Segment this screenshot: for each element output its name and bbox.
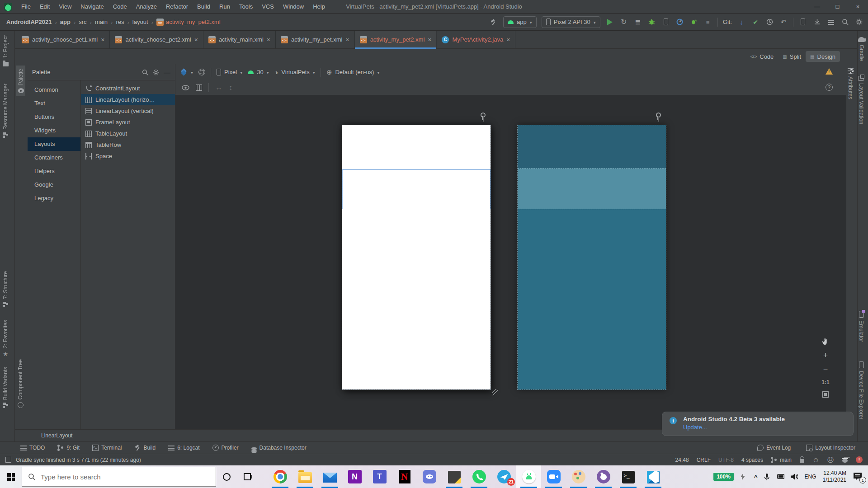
sidebar-item-resource-manager[interactable]: Resource Manager [2,84,9,138]
taskbar-app-sticky-notes[interactable] [442,465,467,488]
target-device-dropdown[interactable]: Pixel 2 API 30 [542,16,600,28]
taskbar-app-discord[interactable] [417,465,442,488]
palette-item-space[interactable]: Space [81,150,175,162]
breadcrumb-res[interactable]: res [116,19,124,25]
sidebar-item-structure[interactable]: 7: Structure [2,271,9,307]
palette-category-buttons[interactable]: Buttons [28,110,80,124]
feedback-smile-icon[interactable] [812,456,819,464]
palette-category-helpers[interactable]: Helpers [28,164,80,178]
menu-item-navigate[interactable]: Navigate [76,0,108,13]
editor-tab[interactable]: activity_choose_pet2.xml [110,31,203,48]
sidebar-item-component-tree[interactable]: Component Tree [17,359,24,408]
breadcrumb-project[interactable]: AndroidIAP2021 [6,19,52,25]
menu-item-vcs[interactable]: VCS [257,0,278,13]
linearlayout-top[interactable] [518,125,666,169]
view-options-eye-icon[interactable] [182,85,189,90]
theme-dropdown[interactable]: VirtualPets [274,69,315,76]
menu-item-code[interactable]: Code [108,0,132,13]
menu-item-help[interactable]: Help [308,0,330,13]
palette-category-common[interactable]: Common [28,83,80,97]
breadcrumb-main[interactable]: main [95,19,108,25]
taskbar-app-mail[interactable] [317,465,342,488]
palette-category-google[interactable]: Google [28,178,80,192]
locale-dropdown[interactable]: Default (en-us) [326,68,380,76]
update-link[interactable]: Update... [683,424,847,431]
run-button[interactable] [605,18,614,27]
debug-button[interactable] [647,18,656,27]
sidebar-item-favorites[interactable]: 2: Favorites [2,320,9,357]
minimize-button[interactable]: — [807,0,827,13]
git-history-icon[interactable] [765,18,774,27]
editor-tab[interactable]: C MyPetActivity2.java [437,31,515,48]
sdk-manager-icon[interactable] [812,18,821,27]
sidebar-item-device-file-explorer[interactable]: Device File Explorer [858,361,864,419]
volume-icon[interactable] [791,473,798,480]
palette-item-tablelayout[interactable]: TableLayout [81,128,175,139]
palette-item-framelayout[interactable]: FrameLayout [81,117,175,128]
toolwindow-build[interactable]: Build [135,445,156,451]
cortana-button[interactable] [216,465,237,488]
close-icon[interactable] [506,36,510,43]
close-icon[interactable] [345,36,349,43]
design-surface[interactable]: + − 1:1 [175,95,846,429]
sidebar-item-attributes[interactable]: Attributes [847,68,854,99]
language-indicator[interactable]: ENG [804,474,816,480]
breadcrumb-file[interactable]: activity_my_pet2.xml [166,19,221,25]
menu-item-edit[interactable]: Edit [35,0,54,13]
taskbar-app-onenote[interactable] [342,465,367,488]
preview-resize-handle[interactable] [492,389,498,395]
taskbar-app-whatsapp[interactable] [467,465,491,488]
gear-icon[interactable] [153,69,159,75]
taskbar-app-vs-code[interactable] [641,465,665,488]
lock-icon[interactable] [799,458,805,463]
incognito-icon[interactable] [842,457,848,463]
error-notification-badge[interactable]: ! [856,456,863,463]
zoom-to-fit-button[interactable] [822,391,829,398]
orientation-columns-icon[interactable] [196,84,202,91]
close-icon[interactable] [428,36,431,43]
taskbar-app-teams[interactable] [367,465,392,488]
action-center-button[interactable]: 1 [853,472,863,482]
palette-category-legacy[interactable]: Legacy [28,192,80,205]
taskbar-app-android-studio[interactable] [516,465,541,488]
menu-item-run[interactable]: Run [215,0,235,13]
design-surface-mode-dropdown[interactable] [181,69,193,75]
close-icon[interactable] [194,36,198,43]
tool-window-toggle-icon[interactable] [5,457,11,463]
toolwindow-layout-inspector[interactable]: Layout Inspector [806,445,855,451]
sidebar-item-emulator[interactable]: Emulator [858,311,864,342]
menu-item-refactor[interactable]: Refactor [161,0,193,13]
linearlayout-horizontal-selected[interactable] [518,169,666,209]
linearlayout-top[interactable] [342,125,491,169]
palette-item-linearlayout-vertical[interactable]: LinearLayout (vertical) [81,105,175,117]
tab-design-view[interactable]: ▤Design [806,51,840,62]
editor-tab[interactable]: activity_main.xml [203,31,276,48]
close-button[interactable]: × [848,0,868,13]
taskbar-app-telegram[interactable]: 21 [491,465,516,488]
editor-tab[interactable]: activity_my_pet.xml [276,31,355,48]
sidebar-item-build-variants[interactable]: Build Variants [2,367,9,408]
start-button[interactable] [0,465,22,488]
task-view-button[interactable] [237,465,258,488]
update-notification[interactable]: i Android Studio 4.2 Beta 3 available Up… [662,412,854,436]
palette-category-widgets[interactable]: Widgets [28,124,80,137]
hide-icon[interactable]: — [164,70,170,75]
tab-code-view[interactable]: </>Code [746,51,778,62]
editor-tab-active[interactable]: activity_my_pet2.xml [355,31,437,48]
microphone-icon[interactable] [764,473,771,480]
apply-changes-button[interactable] [619,18,628,27]
design-preview[interactable] [342,125,491,389]
menu-item-file[interactable]: File [17,0,35,13]
git-branch-widget[interactable]: main [771,457,792,463]
profile-debug-icon[interactable] [689,18,698,27]
sidebar-item-palette[interactable]: Palette [16,66,25,96]
hidden-icons-chevron[interactable]: ^ [754,474,758,480]
maximize-button[interactable]: □ [827,0,848,13]
close-icon[interactable] [101,36,104,43]
caret-position[interactable]: 24:48 [675,457,689,463]
breadcrumb-app[interactable]: app [60,19,71,25]
toolwindow-event-log[interactable]: Event Log [757,445,791,451]
palette-category-text[interactable]: Text [28,97,80,110]
tab-split-view[interactable]: ▥Split [778,51,806,62]
blueprint-preview[interactable] [518,125,666,389]
